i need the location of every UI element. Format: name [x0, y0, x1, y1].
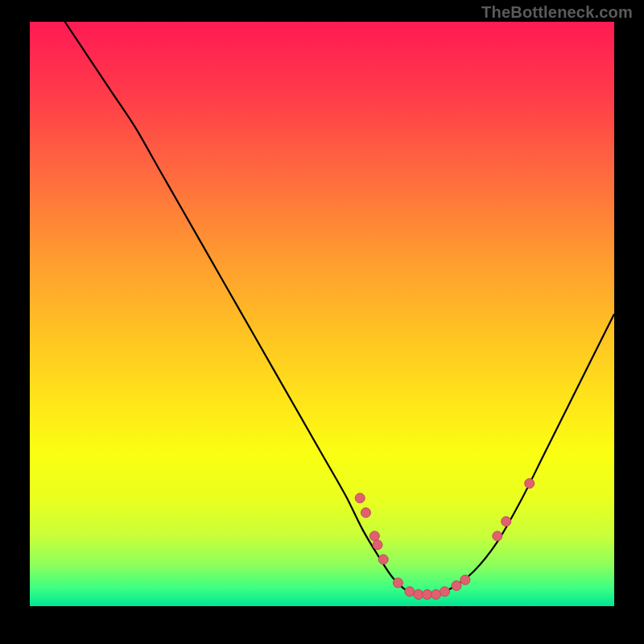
data-point — [393, 578, 402, 588]
data-point — [405, 587, 415, 597]
data-point — [361, 508, 370, 518]
data-point — [355, 493, 365, 503]
bottleneck-curve — [65, 22, 614, 595]
data-point — [452, 581, 461, 591]
data-point — [378, 555, 388, 564]
data-point — [460, 575, 470, 584]
data-point — [502, 517, 511, 526]
data-point — [440, 587, 449, 597]
data-point — [493, 531, 502, 541]
watermark-text: TheBottleneck.com — [481, 3, 633, 22]
chart-container: TheBottleneck.com — [0, 0, 644, 644]
data-point — [373, 540, 382, 550]
data-point — [431, 589, 441, 599]
plot-area — [30, 22, 614, 606]
curve-layer — [30, 22, 614, 606]
data-point — [525, 479, 535, 489]
data-point — [414, 589, 423, 599]
data-point — [369, 531, 379, 541]
data-point — [423, 589, 432, 599]
